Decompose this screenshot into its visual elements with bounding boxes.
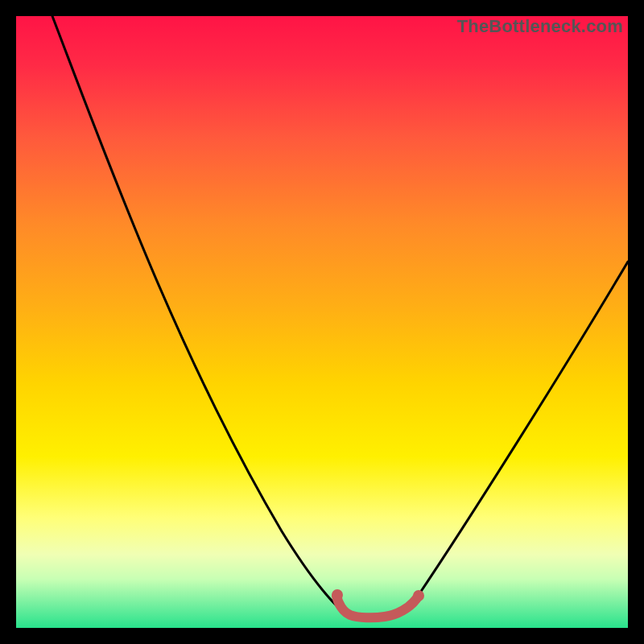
- optimal-marker-dot-left: [332, 589, 343, 601]
- curve-overlay: [16, 16, 628, 628]
- plot-area: TheBottleneck.com: [16, 16, 628, 628]
- optimal-marker-path: [336, 596, 419, 617]
- optimal-marker-dot-right: [413, 590, 424, 601]
- chart-frame: TheBottleneck.com: [0, 0, 644, 644]
- bottleneck-curve-path: [52, 16, 628, 616]
